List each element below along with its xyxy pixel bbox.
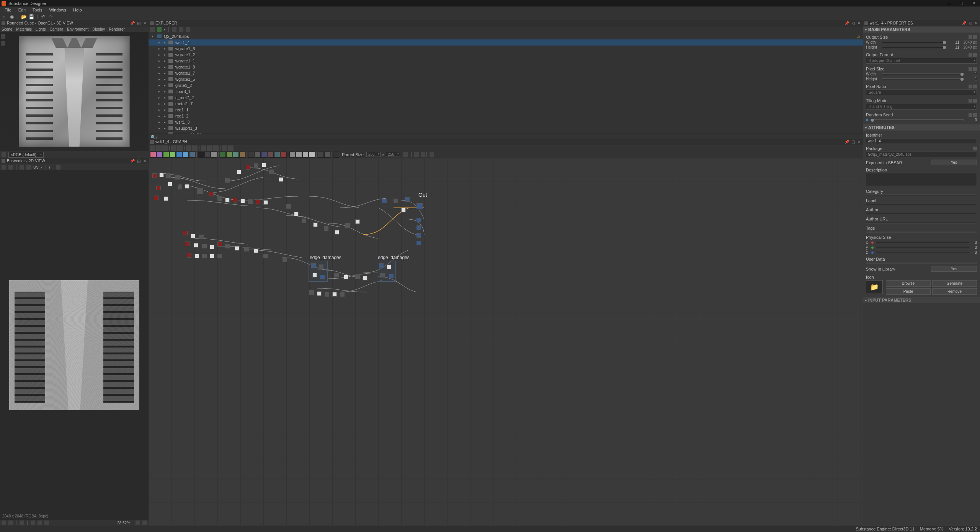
tree-item[interactable]: ▸●wgrate1_5 <box>149 76 863 82</box>
expose-icon[interactable] <box>973 53 977 57</box>
undo-icon[interactable]: ↶ <box>41 14 46 20</box>
align-icon[interactable] <box>186 145 191 151</box>
graph-node[interactable] <box>317 291 322 296</box>
graph-node[interactable] <box>225 178 230 183</box>
graph-node[interactable] <box>199 235 204 239</box>
graph-node[interactable] <box>254 248 258 253</box>
expose-icon[interactable] <box>973 35 977 39</box>
colorspace-dropdown[interactable]: sRGB (default) <box>8 152 44 158</box>
tiling-mode-dropdown[interactable]: H and V Tiling <box>866 104 977 109</box>
graph-node[interactable] <box>256 199 260 204</box>
graph-node[interactable] <box>312 273 317 277</box>
palette-btn[interactable] <box>324 152 330 158</box>
link-icon[interactable] <box>969 35 972 39</box>
random-seed-value[interactable]: 0 <box>966 118 977 122</box>
palette-btn[interactable] <box>211 152 217 158</box>
graph-node[interactable] <box>154 196 158 200</box>
palette-btn[interactable] <box>302 152 309 158</box>
graph-node[interactable] <box>334 273 339 277</box>
pin-icon[interactable]: 📌 <box>130 21 135 26</box>
author-input[interactable] <box>866 213 977 214</box>
submenu-display[interactable]: Display <box>92 27 105 31</box>
graph-node[interactable] <box>237 170 241 174</box>
new-icon[interactable] <box>2 165 6 170</box>
popout-icon[interactable]: ◱ <box>136 159 141 163</box>
view-mode-icon[interactable] <box>414 152 419 157</box>
graph-node[interactable] <box>178 185 182 189</box>
graph-node[interactable] <box>387 264 391 269</box>
reset-view-icon[interactable] <box>2 152 6 157</box>
palette-btn[interactable] <box>296 152 302 158</box>
graph-node[interactable] <box>248 199 253 204</box>
palette-btn[interactable] <box>170 152 176 158</box>
graph-node[interactable] <box>240 199 245 203</box>
graph-node[interactable] <box>168 182 172 186</box>
distribute-icon[interactable] <box>192 145 198 151</box>
graph-node[interactable] <box>194 254 199 258</box>
graph-node[interactable] <box>320 275 325 279</box>
generate-button[interactable]: Generate <box>932 280 977 287</box>
globe-icon[interactable]: ◉ <box>9 14 15 20</box>
graph-node[interactable] <box>185 242 189 246</box>
popout-icon[interactable]: ◱ <box>968 21 972 26</box>
palette-btn[interactable] <box>150 152 156 158</box>
pin-icon[interactable]: 📌 <box>962 21 966 26</box>
expose-icon[interactable] <box>973 67 977 71</box>
remove-button[interactable]: Remove <box>932 288 977 295</box>
tree-package[interactable]: ▾ Q2_2048.sbs ⚠ <box>149 33 863 39</box>
graph-node[interactable] <box>254 163 258 168</box>
graph-node[interactable] <box>202 254 207 258</box>
import-icon[interactable] <box>186 27 190 32</box>
graph-node[interactable] <box>217 254 222 258</box>
link-icon[interactable] <box>969 85 972 88</box>
tree-item[interactable]: ▸●red1_2 <box>149 113 863 119</box>
section-base-parameters[interactable]: ▾BASE PARAMETERS <box>863 26 980 33</box>
save-icon[interactable] <box>8 165 13 170</box>
tree-item[interactable]: ▸●floor3_1 <box>149 88 863 95</box>
view3d-viewport[interactable] <box>0 32 149 151</box>
unlink-icon[interactable] <box>207 145 212 151</box>
graph-node[interactable] <box>416 241 421 245</box>
menu-file[interactable]: File <box>2 8 15 12</box>
graph-node[interactable] <box>263 200 268 205</box>
flow-icon[interactable] <box>421 152 425 157</box>
open-icon[interactable]: 📂 <box>21 14 26 20</box>
popout-icon[interactable]: ◱ <box>136 21 141 26</box>
graph-node[interactable] <box>416 218 421 222</box>
physical-z-slider[interactable] <box>875 252 969 253</box>
split-icon[interactable] <box>26 165 31 170</box>
search-icon[interactable]: 🔍 <box>150 135 154 139</box>
show-library-toggle[interactable]: Yes <box>931 266 977 272</box>
graph-node[interactable] <box>191 234 195 238</box>
menu-help[interactable]: Help <box>70 8 85 12</box>
palette-btn[interactable] <box>248 152 254 158</box>
info-icon[interactable]: i <box>156 135 160 139</box>
pin-icon[interactable]: 📌 <box>130 159 135 163</box>
section-input-parameters[interactable]: ▸INPUT PARAMETERS <box>863 297 980 303</box>
grid-icon[interactable] <box>222 145 227 151</box>
palette-btn[interactable] <box>226 152 232 158</box>
view2d-viewport[interactable]: 2048 x 2048 (RGBA, 8bpc) <box>0 170 149 520</box>
graph-node[interactable] <box>183 231 188 235</box>
compute-icon[interactable] <box>162 145 168 151</box>
graph-node[interactable] <box>164 196 168 201</box>
close-icon[interactable]: ✕ <box>857 21 861 26</box>
palette-btn[interactable] <box>289 152 296 158</box>
graph-node[interactable] <box>246 165 250 170</box>
redo-icon[interactable]: ↷ <box>48 14 54 20</box>
palette-btn[interactable] <box>204 152 211 158</box>
tree-item[interactable]: ▸●wgrate1_6 <box>149 46 863 52</box>
icon-preview[interactable]: 📁 <box>866 280 883 294</box>
submenu-lights[interactable]: Lights <box>36 27 46 31</box>
close-icon[interactable]: ✕ <box>974 21 978 26</box>
description-input[interactable] <box>866 173 977 186</box>
tree-item[interactable]: ▸●wgrate1_7 <box>149 70 863 76</box>
graph-node[interactable] <box>325 292 329 297</box>
palette-btn[interactable] <box>261 152 267 158</box>
tree-item[interactable]: ▸●wslt1_3 <box>149 119 863 125</box>
graph-node[interactable] <box>294 212 299 216</box>
palette-btn[interactable] <box>281 152 287 158</box>
settings-icon[interactable] <box>430 152 434 157</box>
lock-icon[interactable] <box>142 521 147 525</box>
graph-node[interactable] <box>263 254 268 258</box>
